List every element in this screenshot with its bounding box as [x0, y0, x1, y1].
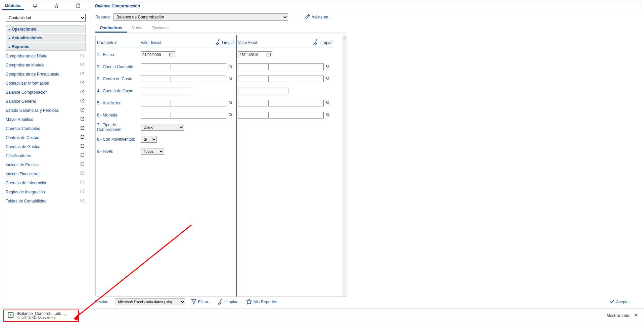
auxiliares-inicial-1[interactable] [141, 100, 171, 106]
search-icon[interactable] [226, 76, 233, 82]
footer-toolbar: Destino: Microsoft Excel - solo datos (.… [91, 295, 644, 309]
limpiar-final-button[interactable]: Limpiar [312, 39, 333, 46]
fecha-inicial-input[interactable] [141, 51, 175, 58]
search-icon[interactable] [324, 64, 330, 70]
search-icon[interactable] [226, 64, 233, 70]
mis-reportes-button[interactable]: Mis Reportes... [246, 298, 281, 306]
show-all-button[interactable]: Mostrar todo [607, 313, 629, 318]
report-item-10[interactable]: Cuentas de Gastos [6, 142, 86, 151]
open-external-icon [80, 171, 84, 176]
tab-opciones[interactable]: Opciones [147, 24, 173, 33]
sidebar-tab-monitor[interactable] [24, 2, 46, 10]
auxiliares-final-1[interactable] [238, 100, 268, 106]
moneda-inicial-2[interactable] [171, 112, 226, 119]
report-item-2[interactable]: Comprobante de Presupuesto [6, 70, 86, 79]
con-movimientos-select[interactable]: Sí [141, 136, 157, 143]
cuenta-gasto-inicial[interactable] [141, 88, 191, 94]
report-item-label: Balance Comprobación [6, 90, 48, 95]
report-item-6[interactable]: Estado Ganancias y Pérdidas [6, 106, 86, 115]
centro-costo-inicial-1[interactable] [141, 76, 171, 82]
nivel-select[interactable]: Todos [141, 148, 164, 155]
moneda-final-2[interactable] [268, 112, 324, 119]
asistente-button[interactable]: Asistente... [304, 14, 331, 21]
destino-select[interactable]: Microsoft Excel - solo datos (.xls) [115, 298, 185, 305]
auxiliares-inicial-2[interactable] [171, 100, 226, 106]
search-icon[interactable] [324, 76, 330, 82]
svg-marker-33 [246, 299, 251, 304]
param-label-8: 9.- Nivel: [97, 145, 138, 157]
download-filename: rBalance_Comprob....xls [17, 312, 61, 316]
report-item-5[interactable]: Balance General [6, 97, 86, 106]
param-label-6: 7.- Tipo de Comprobante [97, 121, 138, 133]
scrollbar[interactable] [342, 35, 347, 296]
sidebar-tab-modulos[interactable]: Módulos [2, 2, 24, 10]
aceptar-button[interactable]: Aceptar [609, 299, 630, 305]
report-item-label: Indices Financieros [6, 172, 40, 176]
wand-icon [304, 14, 310, 21]
cuenta-contable-inicial-1[interactable] [141, 63, 171, 70]
cuenta-contable-final-1[interactable] [238, 63, 268, 70]
centro-costo-final-2[interactable] [268, 76, 324, 82]
report-item-3[interactable]: Contabilizar Información [6, 79, 86, 88]
sidebar-tab-doc[interactable] [67, 2, 89, 10]
report-item-13[interactable]: Indices Financieros [6, 169, 86, 178]
broom-icon [312, 39, 318, 46]
fecha-final-input[interactable] [238, 51, 272, 58]
calendar-icon [265, 52, 272, 58]
report-item-4[interactable]: Balance Comprobación [6, 88, 86, 97]
svg-line-31 [328, 115, 330, 117]
reporte-select[interactable]: Balance de Comprobación [113, 13, 288, 21]
open-external-icon [80, 198, 84, 203]
report-item-label: Estado Ganancias y Pérdidas [6, 108, 59, 113]
report-item-15[interactable]: Reglas de Integración [6, 187, 86, 196]
report-item-7[interactable]: Mayor Analítico [6, 115, 86, 124]
section-operaciones[interactable]: Operaciones [6, 25, 86, 33]
moneda-final-1[interactable] [238, 112, 268, 119]
chevron-up-icon[interactable] [63, 313, 67, 318]
svg-line-27 [328, 79, 330, 80]
report-item-label: Reglas de Integración [6, 190, 45, 194]
param-label-4: 5.- Auxiliares: [97, 97, 138, 109]
download-item[interactable]: X rBalance_Comprob....xls 47,6/97,5 KB, … [3, 310, 79, 322]
tab-notas[interactable]: Notas [127, 24, 147, 33]
report-item-0[interactable]: Comprobante de Diario [6, 51, 86, 60]
col-head-final: Valor Final: [238, 40, 258, 45]
centro-costo-inicial-2[interactable] [171, 76, 226, 82]
close-icon[interactable] [634, 313, 638, 318]
tipo-comprobante-select[interactable]: Diario [141, 124, 184, 131]
open-external-icon [80, 153, 84, 158]
sidebar-tab-favorites[interactable] [46, 2, 67, 10]
report-item-label: Comprobante Modelo [6, 63, 44, 67]
search-icon[interactable] [226, 112, 233, 118]
tab-parametros[interactable]: Parámetros [95, 24, 127, 33]
centro-costo-final-1[interactable] [238, 76, 268, 82]
star-icon [54, 3, 59, 9]
excel-file-icon: X [7, 312, 14, 319]
moneda-inicial-1[interactable] [141, 112, 171, 119]
section-actualizaciones[interactable]: Actualizaciones [6, 34, 86, 42]
search-icon[interactable] [324, 112, 330, 118]
limpiar-footer-button[interactable]: Limpiar... [217, 298, 241, 306]
section-reportes[interactable]: Reportes [6, 43, 86, 51]
open-external-icon [80, 162, 84, 167]
module-select[interactable]: Contabilidad [6, 14, 86, 22]
report-item-1[interactable]: Comprobante Modelo [6, 60, 86, 70]
search-icon[interactable] [324, 100, 330, 106]
cuenta-contable-final-2[interactable] [268, 63, 324, 70]
cuenta-contable-inicial-2[interactable] [171, 63, 226, 70]
param-label-1: 2.- Cuenta Contable: [97, 61, 138, 73]
limpiar-inicial-button[interactable]: Limpiar [215, 39, 235, 46]
filtrar-button[interactable]: Filtrar... [191, 298, 212, 306]
report-item-label: Cuentas de Integración [6, 181, 47, 185]
report-item-11[interactable]: Clasificadores [6, 151, 86, 160]
report-item-12[interactable]: Indices de Precios [6, 160, 86, 169]
auxiliares-final-2[interactable] [268, 100, 324, 106]
search-icon[interactable] [226, 100, 233, 106]
report-item-14[interactable]: Cuentas de Integración [6, 178, 86, 187]
report-item-9[interactable]: Centros de Costos [6, 133, 86, 142]
cuenta-gasto-final[interactable] [238, 88, 288, 94]
open-external-icon [80, 99, 84, 104]
report-item-8[interactable]: Cuentas Contables [6, 124, 86, 133]
report-item-16[interactable]: Tablas de Contabilidad [6, 196, 86, 205]
filter-icon [191, 298, 197, 306]
